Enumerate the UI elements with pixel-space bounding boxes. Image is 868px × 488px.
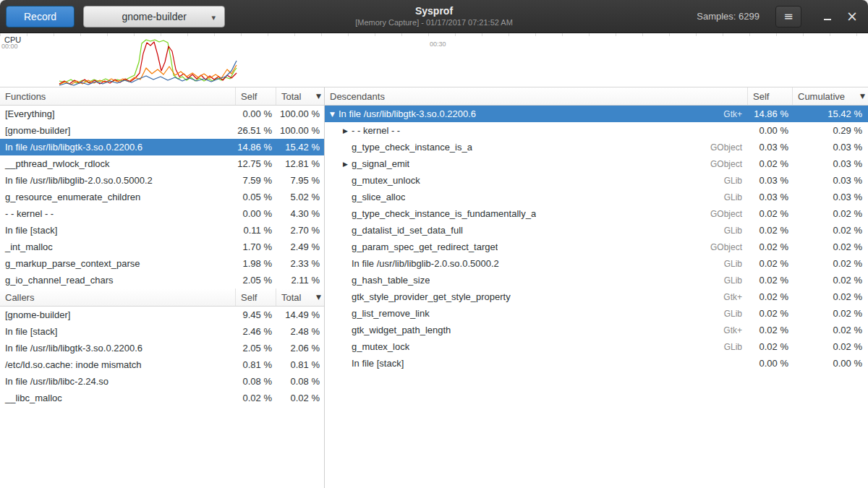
table-row[interactable]: - - kernel - -0.00 %4.30 % — [0, 205, 324, 222]
function-name: __pthread_rwlock_rdlock — [0, 158, 236, 169]
total-percent: 5.02 % — [276, 192, 324, 202]
self-percent: 0.02 % — [748, 275, 793, 286]
total-percent: 2.49 % — [276, 241, 324, 252]
function-name: [gnome-builder] — [0, 125, 236, 136]
table-row[interactable]: g_resource_enumerate_children0.05 %5.02 … — [0, 189, 324, 205]
self-percent: 0.02 % — [748, 291, 793, 302]
table-row[interactable]: __libc_malloc0.02 %0.02 % — [0, 390, 324, 406]
cumulative-percent: 0.02 % — [793, 341, 868, 352]
self-percent: 2.05 % — [236, 275, 276, 286]
tree-row[interactable]: g_param_spec_get_redirect_targetGObject0… — [325, 239, 868, 255]
tree-row[interactable]: gtk_style_provider_get_style_propertyGtk… — [325, 288, 868, 305]
self-percent: 0.02 % — [748, 225, 793, 236]
column-callers[interactable]: Callers — [0, 288, 236, 306]
tree-row[interactable]: ▼In file /usr/lib/libgtk-3.so.0.2200.6Gt… — [325, 106, 868, 122]
column-functions[interactable]: Functions — [0, 87, 236, 105]
functions-table-header: Functions Self Total ▼ — [0, 87, 324, 106]
self-percent: 0.00 % — [236, 208, 276, 219]
function-name: _int_malloc — [0, 241, 236, 252]
tree-row[interactable]: g_mutex_lockGLib0.02 %0.02 % — [325, 338, 868, 355]
column-descendants-cumulative-label: Cumulative — [798, 91, 845, 102]
self-percent: 0.03 % — [748, 192, 793, 202]
left-pane: Functions Self Total ▼ [Everything]0.00 … — [0, 87, 325, 488]
cumulative-percent: 0.03 % — [793, 192, 868, 202]
library-badge: Gtk+ — [723, 325, 742, 335]
total-percent: 100.00 % — [276, 125, 324, 136]
column-functions-total[interactable]: Total ▼ — [276, 87, 324, 105]
tree-row[interactable]: g_mutex_unlockGLib0.03 %0.03 % — [325, 172, 868, 189]
column-functions-self[interactable]: Self — [236, 87, 276, 105]
tree-row[interactable]: ▶g_signal_emitGObject0.02 %0.03 % — [325, 155, 868, 172]
table-row[interactable]: /etc/ld.so.cache: inode mismatch0.81 %0.… — [0, 356, 324, 373]
hamburger-icon: ≡ — [783, 9, 793, 23]
expand-icon[interactable]: ▶ — [341, 127, 350, 134]
library-badge: GLib — [724, 226, 742, 236]
table-row[interactable]: g_io_channel_read_chars2.05 %2.11 % — [0, 272, 324, 288]
menu-button[interactable]: ≡ — [775, 6, 801, 27]
sort-indicator-icon: ▼ — [316, 93, 321, 100]
tree-row[interactable]: In file /usr/lib/libglib-2.0.so.0.5000.2… — [325, 255, 868, 272]
record-button[interactable]: Record — [6, 6, 75, 27]
minimize-button[interactable] — [817, 7, 838, 27]
tree-row[interactable]: In file [stack]0.00 %0.00 % — [325, 355, 868, 372]
function-name: __libc_malloc — [0, 393, 236, 403]
self-percent: 0.02 % — [748, 208, 793, 219]
tree-row[interactable]: g_hash_table_sizeGLib0.02 %0.02 % — [325, 272, 868, 288]
column-callers-self[interactable]: Self — [236, 288, 276, 306]
table-row[interactable]: [gnome-builder]26.51 %100.00 % — [0, 122, 324, 139]
table-row[interactable]: [gnome-builder]9.45 %14.49 % — [0, 307, 324, 323]
library-badge: GLib — [724, 192, 742, 202]
function-name: g_list_remove_link — [350, 308, 430, 319]
self-percent: 0.81 % — [236, 359, 276, 370]
library-badge: GObject — [710, 209, 742, 219]
tree-row[interactable]: g_type_check_instance_is_aGObject0.03 %0… — [325, 139, 868, 155]
capture-subtitle: [Memory Capture] - 01/17/2017 07:21:52 A… — [355, 17, 513, 27]
function-name: g_type_check_instance_is_a — [350, 142, 472, 153]
table-row[interactable]: _int_malloc1.70 %2.49 % — [0, 239, 324, 255]
tree-row[interactable]: gtk_widget_path_lengthGtk+0.02 %0.02 % — [325, 322, 868, 338]
expand-icon[interactable]: ▶ — [341, 160, 350, 168]
table-row[interactable]: g_markup_parse_context_parse1.98 %2.33 % — [0, 255, 324, 272]
self-percent: 1.70 % — [236, 241, 276, 252]
cumulative-percent: 0.02 % — [793, 291, 868, 302]
self-percent: 0.02 % — [748, 241, 793, 252]
table-row[interactable]: In file /usr/lib/libglib-2.0.so.0.5000.2… — [0, 172, 324, 189]
close-button[interactable]: × — [842, 7, 862, 27]
tree-row[interactable]: g_slice_allocGLib0.03 %0.03 % — [325, 189, 868, 205]
table-row[interactable]: In file [stack]2.46 %2.48 % — [0, 323, 324, 340]
table-row[interactable]: __pthread_rwlock_rdlock12.75 %12.81 % — [0, 155, 324, 172]
function-name: In file /usr/lib/libgtk-3.so.0.2200.6 — [0, 343, 236, 354]
self-percent: 0.02 % — [748, 258, 793, 269]
table-row[interactable]: In file /usr/lib/libgtk-3.so.0.2200.614.… — [0, 139, 324, 155]
functions-table-body: [Everything]0.00 %100.00 %[gnome-builder… — [0, 106, 324, 288]
column-descendants-cumulative[interactable]: Cumulative ▼ — [793, 87, 868, 105]
total-percent: 2.11 % — [276, 275, 324, 286]
column-descendants-self[interactable]: Self — [748, 87, 793, 105]
tree-row[interactable]: g_type_check_instance_is_fundamentally_a… — [325, 205, 868, 222]
column-callers-total[interactable]: Total ▼ — [276, 288, 324, 306]
cumulative-percent: 0.02 % — [793, 275, 868, 286]
table-row[interactable]: In file [stack]0.11 %2.70 % — [0, 222, 324, 239]
tree-row[interactable]: g_datalist_id_set_data_fullGLib0.02 %0.0… — [325, 222, 868, 239]
tree-row[interactable]: ▶- - kernel - -0.00 %0.29 % — [325, 122, 868, 139]
table-row[interactable]: In file /usr/lib/libgtk-3.so.0.2200.62.0… — [0, 340, 324, 356]
cpu-graph-panel[interactable]: CPU 00:00 00:30 — [0, 33, 868, 87]
collapse-icon[interactable]: ▼ — [328, 111, 337, 118]
function-name: In file [stack] — [0, 225, 236, 236]
function-name: [Everything] — [0, 108, 236, 119]
process-selector[interactable]: gnome-builder ▾ — [83, 6, 225, 27]
total-percent: 2.33 % — [276, 258, 324, 269]
function-name: In file /usr/lib/libglib-2.0.so.0.5000.2 — [0, 175, 236, 186]
tree-row[interactable]: g_list_remove_linkGLib0.02 %0.02 % — [325, 305, 868, 322]
descendants-table-body: ▼In file /usr/lib/libgtk-3.so.0.2200.6Gt… — [325, 106, 868, 488]
table-row[interactable]: In file /usr/lib/libc-2.24.so0.08 %0.08 … — [0, 373, 324, 390]
table-row[interactable]: [Everything]0.00 %100.00 % — [0, 106, 324, 122]
cumulative-percent: 0.02 % — [793, 258, 868, 269]
function-name: gtk_style_provider_get_style_property — [350, 291, 511, 302]
total-percent: 100.00 % — [276, 108, 324, 119]
library-badge: GObject — [710, 242, 742, 252]
self-percent: 0.11 % — [236, 225, 276, 236]
self-percent: 0.00 % — [748, 358, 793, 369]
function-name: g_param_spec_get_redirect_target — [350, 241, 498, 252]
column-descendants[interactable]: Descendants — [325, 87, 748, 105]
